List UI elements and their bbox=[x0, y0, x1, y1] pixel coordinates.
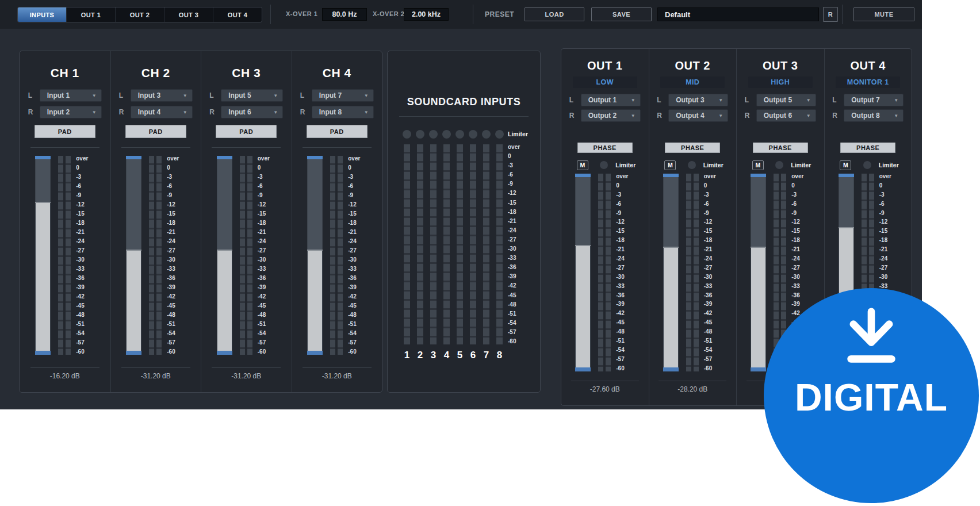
pad-button[interactable]: PAD bbox=[35, 125, 95, 138]
output-select-left[interactable]: Output 7 ▼ bbox=[844, 94, 904, 106]
db-scale-label: -6 bbox=[791, 201, 810, 207]
input-channel: CH 2 L Input 3 ▼ R Input 4 ▼ PAD bbox=[110, 51, 201, 392]
gain-fader[interactable] bbox=[126, 156, 141, 355]
db-scale-label: -54 bbox=[704, 347, 722, 353]
limiter-indicator bbox=[455, 130, 464, 139]
soundcard-channel-number: 8 bbox=[493, 350, 506, 361]
db-scale-label: -15 bbox=[704, 228, 722, 234]
phase-button[interactable]: PHASE bbox=[665, 143, 720, 153]
phase-button[interactable]: PHASE bbox=[577, 143, 633, 153]
dropdown-value: Input 5 bbox=[228, 91, 251, 99]
stereo-level-meter bbox=[330, 156, 343, 355]
reset-preset-button[interactable]: R bbox=[823, 7, 838, 22]
db-scale-label: -3 bbox=[167, 174, 185, 180]
xover1-value-field[interactable]: 80.0 Hz bbox=[322, 8, 367, 21]
input-select-left[interactable]: Input 5 ▼ bbox=[221, 89, 283, 102]
db-scale-label: -24 bbox=[348, 239, 366, 244]
db-scale-label: -9 bbox=[791, 210, 810, 216]
limiter-label: Limiter bbox=[703, 162, 723, 168]
gain-fader[interactable] bbox=[663, 174, 679, 371]
phase-button[interactable]: PHASE bbox=[753, 143, 808, 153]
tab[interactable]: OUT 1 bbox=[67, 7, 116, 22]
preset-name-field[interactable]: Default bbox=[657, 7, 819, 21]
tab[interactable]: OUT 4 bbox=[213, 7, 262, 22]
gain-fader[interactable] bbox=[217, 156, 232, 355]
input-select-right[interactable]: Input 6 ▼ bbox=[221, 106, 283, 118]
save-preset-button[interactable]: SAVE bbox=[591, 7, 652, 21]
db-scale-label: -18 bbox=[879, 237, 898, 243]
band-label: MID bbox=[660, 76, 725, 88]
db-scale-label: 0 bbox=[791, 183, 810, 189]
soundcard-channel-number: 3 bbox=[427, 350, 440, 361]
gain-fader[interactable] bbox=[575, 174, 591, 371]
mute-channel-button[interactable]: M bbox=[752, 160, 764, 170]
gain-fader[interactable] bbox=[751, 174, 766, 371]
input-select-right[interactable]: Input 8 ▼ bbox=[312, 106, 374, 118]
soundcard-channel-number: 5 bbox=[453, 350, 466, 361]
input-select-left[interactable]: Input 1 ▼ bbox=[40, 89, 102, 102]
tab[interactable]: OUT 2 bbox=[116, 7, 164, 22]
gain-fader[interactable] bbox=[35, 156, 51, 355]
db-scale-label: -60 bbox=[76, 349, 94, 355]
band-label: HIGH bbox=[748, 76, 813, 88]
output-channel: OUT 1 LOW L Output 1 ▼ R Output 2 ▼ PHAS… bbox=[561, 49, 649, 405]
output-select-right[interactable]: Output 2 ▼ bbox=[581, 109, 641, 122]
db-scale-label: -30 bbox=[508, 246, 531, 252]
db-scale-label: -24 bbox=[76, 239, 94, 244]
band-label-text: MONITOR 1 bbox=[847, 78, 889, 86]
db-scale-label: -54 bbox=[348, 331, 366, 336]
db-scale-label: -51 bbox=[704, 338, 722, 344]
db-scale-label: -60 bbox=[167, 349, 185, 355]
load-preset-button[interactable]: LOAD bbox=[525, 7, 584, 21]
mute-channel-button[interactable]: M bbox=[840, 160, 851, 170]
output-select-left[interactable]: Output 5 ▼ bbox=[756, 94, 816, 106]
tab[interactable]: OUT 3 bbox=[164, 7, 213, 22]
db-scale-label: -57 bbox=[704, 356, 722, 362]
left-channel-label: L bbox=[745, 96, 756, 104]
right-channel-label: R bbox=[832, 112, 844, 120]
output-select-left[interactable]: Output 1 ▼ bbox=[581, 94, 641, 106]
output-select-right[interactable]: Output 4 ▼ bbox=[668, 109, 728, 122]
band-label: LOW bbox=[573, 76, 637, 88]
db-scale-label: -51 bbox=[348, 321, 366, 327]
level-meter-right bbox=[156, 156, 162, 355]
db-scale-label: -48 bbox=[508, 302, 531, 308]
fader-fill bbox=[127, 251, 141, 351]
db-scale-label: -42 bbox=[704, 310, 722, 316]
db-scale-label: -48 bbox=[258, 312, 276, 318]
mute-button[interactable]: MUTE bbox=[853, 7, 914, 21]
db-scale-label: -6 bbox=[348, 183, 366, 189]
db-scale-label: -42 bbox=[167, 294, 185, 300]
level-meter-right bbox=[66, 156, 71, 355]
db-scale-label: -12 bbox=[791, 219, 810, 225]
channel-title: CH 4 bbox=[323, 66, 351, 80]
input-select-left[interactable]: Input 3 ▼ bbox=[131, 89, 193, 102]
db-scale-label: -36 bbox=[348, 275, 366, 281]
db-scale-label: -57 bbox=[616, 356, 634, 362]
limiter-indicator bbox=[429, 130, 438, 139]
mute-channel-button[interactable]: M bbox=[577, 160, 588, 170]
mute-channel-button[interactable]: M bbox=[664, 160, 676, 170]
pad-button[interactable]: PAD bbox=[216, 125, 277, 138]
level-meter-left bbox=[58, 156, 63, 355]
level-meter-left bbox=[330, 156, 335, 355]
gain-fader[interactable] bbox=[307, 156, 323, 355]
pad-button[interactable]: PAD bbox=[307, 125, 368, 138]
db-scale-label: -9 bbox=[879, 210, 898, 216]
output-select-right[interactable]: Output 6 ▼ bbox=[756, 109, 816, 122]
db-scale-label: -6 bbox=[616, 201, 634, 207]
phase-button[interactable]: PHASE bbox=[840, 143, 895, 153]
input-select-left[interactable]: Input 7 ▼ bbox=[312, 89, 374, 102]
badge-label: DIGITAL bbox=[795, 375, 948, 419]
pad-button[interactable]: PAD bbox=[125, 125, 186, 138]
input-select-right[interactable]: Input 2 ▼ bbox=[40, 106, 102, 118]
db-scale-label: -33 bbox=[258, 266, 276, 272]
tab[interactable]: INPUTS bbox=[18, 7, 67, 22]
chevron-down-icon: ▼ bbox=[718, 98, 723, 103]
db-scale-label: -9 bbox=[616, 210, 634, 216]
output-select-right[interactable]: Output 8 ▼ bbox=[844, 109, 904, 122]
output-select-left[interactable]: Output 3 ▼ bbox=[668, 94, 728, 106]
xover2-value-field[interactable]: 2.00 kHz bbox=[404, 8, 449, 21]
divider bbox=[121, 367, 190, 368]
input-select-right[interactable]: Input 4 ▼ bbox=[131, 106, 193, 118]
